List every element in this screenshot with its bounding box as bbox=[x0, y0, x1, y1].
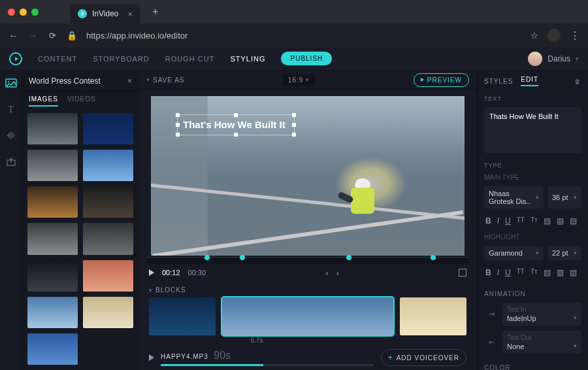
main-size-select[interactable]: 36 pt▾ bbox=[547, 186, 581, 209]
align-center-icon[interactable]: ▥ bbox=[557, 216, 564, 226]
canvas-preview[interactable]: That's How We Built It bbox=[151, 96, 465, 256]
text-tool-icon[interactable]: T bbox=[5, 103, 17, 115]
browser-urlbar: ← → ⟳ 🔒 https://app.invideo.io/editor ☆ … bbox=[0, 24, 588, 47]
block-thumb[interactable] bbox=[222, 297, 393, 335]
media-thumb[interactable] bbox=[27, 260, 78, 292]
tab-images[interactable]: IMAGES bbox=[29, 95, 58, 107]
media-thumb[interactable] bbox=[27, 186, 78, 218]
align-left-icon[interactable]: ▤ bbox=[544, 268, 551, 277]
reload-icon[interactable]: ⟳ bbox=[47, 30, 57, 41]
text-out-select[interactable]: Text Out None▾ bbox=[502, 331, 581, 354]
nav-step-storyboard[interactable]: STORYBOARD bbox=[93, 55, 150, 63]
bold-icon[interactable]: B bbox=[485, 216, 491, 226]
media-thumb[interactable] bbox=[27, 113, 78, 144]
media-thumb[interactable] bbox=[27, 297, 78, 328]
nav-step-styling[interactable]: STYLING bbox=[230, 55, 265, 63]
forward-icon[interactable]: → bbox=[27, 30, 38, 41]
minimize-window-icon[interactable] bbox=[20, 8, 27, 16]
selected-text-overlay[interactable]: That's How We Built It bbox=[177, 114, 295, 135]
media-thumb[interactable] bbox=[83, 223, 133, 254]
tab-edit[interactable]: EDIT bbox=[521, 76, 538, 86]
nav-step-content[interactable]: CONTENT bbox=[38, 55, 77, 63]
prev-icon[interactable]: ‹ bbox=[325, 268, 328, 278]
blocks-label: BLOCKS bbox=[155, 286, 186, 294]
text-case-icon[interactable]: Tт bbox=[531, 216, 538, 226]
media-thumb[interactable] bbox=[27, 333, 78, 365]
app-logo-icon[interactable] bbox=[9, 52, 22, 65]
audio-tool-icon[interactable] bbox=[5, 129, 17, 141]
text-transform-icon[interactable]: TT bbox=[517, 268, 525, 277]
app-header: CONTENT STORYBOARD ROUGH CUT STYLING PUB… bbox=[0, 47, 588, 71]
media-thumb[interactable] bbox=[83, 113, 133, 144]
publish-button[interactable]: PUBLISH bbox=[281, 52, 332, 65]
tab-title: InVideo bbox=[92, 9, 118, 18]
align-left-icon[interactable]: ▤ bbox=[544, 216, 551, 226]
left-rail: T bbox=[0, 71, 22, 370]
maximize-window-icon[interactable] bbox=[31, 8, 39, 16]
close-tab-icon[interactable]: × bbox=[127, 9, 133, 19]
main-font-select[interactable]: Nhaas Grotesk Dis..▾ bbox=[484, 186, 544, 209]
media-thumb[interactable] bbox=[83, 150, 133, 181]
tab-styles[interactable]: STYLES bbox=[484, 78, 513, 85]
chevron-down-icon[interactable]: ▾ bbox=[149, 287, 153, 294]
url-text[interactable]: https://app.invideo.io/editor bbox=[86, 31, 521, 41]
delete-icon[interactable]: 🗑 bbox=[574, 78, 581, 85]
add-voiceover-button[interactable]: ADD VOICEOVER bbox=[381, 349, 466, 366]
preview-button[interactable]: PREVIEW bbox=[414, 73, 469, 87]
italic-icon[interactable]: I bbox=[497, 268, 499, 277]
color-label: COLOR bbox=[484, 364, 581, 370]
main-format-row: B I U TT Tт ▤ ▥ ▤ bbox=[484, 214, 581, 228]
media-icon[interactable] bbox=[5, 77, 17, 89]
align-right-icon[interactable]: ▤ bbox=[570, 268, 577, 277]
fullscreen-icon[interactable] bbox=[459, 269, 466, 277]
underline-icon[interactable]: U bbox=[505, 216, 511, 226]
inspector-panel: STYLES EDIT 🗑 TEXT Thats How We Built It… bbox=[477, 71, 588, 370]
highlight-font-select[interactable]: Garamond▾ bbox=[484, 246, 544, 260]
lock-icon: 🔒 bbox=[67, 31, 77, 41]
search-input[interactable]: World Press Contest bbox=[29, 76, 101, 86]
new-tab-icon[interactable]: + bbox=[152, 6, 158, 18]
text-transform-icon[interactable]: TT bbox=[517, 216, 525, 226]
text-out-icon: ⇤ bbox=[484, 331, 498, 354]
media-thumb[interactable] bbox=[83, 297, 133, 328]
bold-icon[interactable]: B bbox=[485, 268, 491, 277]
next-icon[interactable]: › bbox=[336, 268, 339, 278]
block-thumb[interactable] bbox=[149, 297, 216, 335]
stage: ▾SAVE AS 16:9▾ PREVIEW That's How We Bui… bbox=[139, 71, 477, 370]
upload-icon[interactable] bbox=[5, 156, 17, 167]
highlight-size-select[interactable]: 22 pt▾ bbox=[547, 246, 581, 260]
audio-progress[interactable] bbox=[161, 364, 374, 366]
save-as-button[interactable]: ▾SAVE AS bbox=[146, 76, 185, 84]
browser-profile-icon[interactable] bbox=[547, 29, 561, 42]
underline-icon[interactable]: U bbox=[505, 268, 511, 277]
align-right-icon[interactable]: ▤ bbox=[570, 216, 577, 226]
audio-track[interactable]: HAPPY4.MP3 90s bbox=[161, 350, 374, 366]
media-thumb[interactable] bbox=[27, 150, 78, 181]
close-window-icon[interactable] bbox=[8, 8, 15, 16]
browser-menu-icon[interactable]: ⋮ bbox=[570, 29, 580, 42]
align-center-icon[interactable]: ▥ bbox=[557, 268, 564, 277]
tab-videos[interactable]: VIDEOS bbox=[67, 95, 96, 107]
nav-step-roughcut[interactable]: ROUGH CUT bbox=[165, 55, 215, 63]
browser-tab[interactable]: InVideo × bbox=[70, 4, 140, 24]
audio-play-icon[interactable] bbox=[149, 354, 154, 361]
window-controls[interactable] bbox=[8, 8, 39, 16]
play-icon[interactable] bbox=[149, 269, 154, 276]
back-icon[interactable]: ← bbox=[8, 30, 18, 41]
total-time: 00:30 bbox=[188, 269, 206, 277]
timeline[interactable] bbox=[146, 257, 469, 263]
italic-icon[interactable]: I bbox=[497, 216, 499, 226]
bookmark-icon[interactable]: ☆ bbox=[531, 31, 538, 41]
animation-label: ANIMATION bbox=[484, 290, 581, 297]
aspect-ratio-select[interactable]: 16:9▾ bbox=[283, 75, 315, 86]
text-input[interactable]: Thats How We Built It bbox=[484, 107, 581, 153]
media-search[interactable]: World Press Contest × bbox=[22, 71, 139, 92]
media-thumb[interactable] bbox=[27, 223, 78, 254]
user-menu[interactable]: Darius ▾ bbox=[528, 52, 579, 66]
block-thumb[interactable] bbox=[400, 297, 466, 335]
text-in-select[interactable]: Text In fadeInUp▾ bbox=[502, 303, 581, 326]
text-case-icon[interactable]: Tт bbox=[531, 268, 538, 277]
media-thumb[interactable] bbox=[83, 260, 133, 292]
media-thumb[interactable] bbox=[83, 186, 133, 218]
clear-search-icon[interactable]: × bbox=[127, 76, 132, 86]
